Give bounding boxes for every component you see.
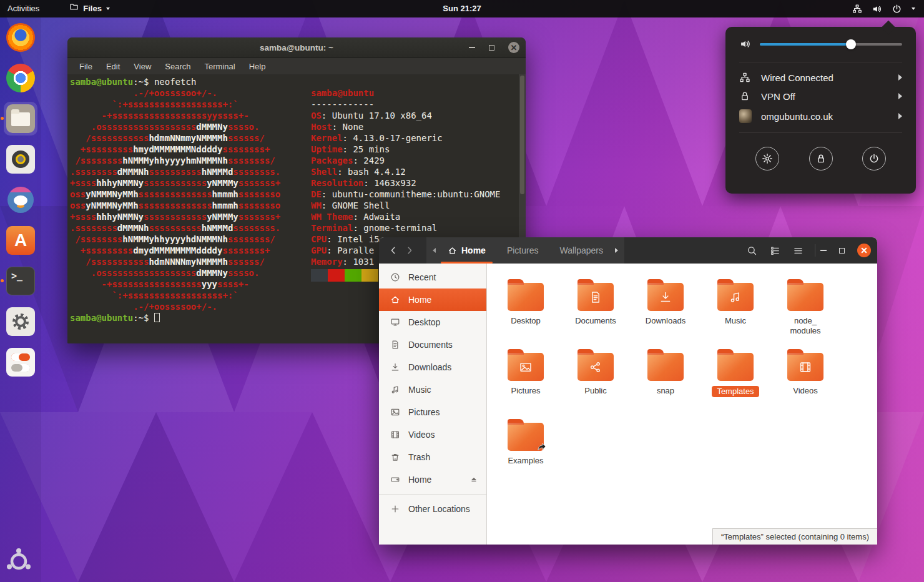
folder-label: Examples xyxy=(508,456,543,466)
sidebar-item-label: Music xyxy=(408,385,431,395)
terminal-title: samba@ubuntu: ~ xyxy=(260,43,333,52)
settings-button[interactable] xyxy=(755,147,779,170)
folder-node_modules[interactable]: node_modules xyxy=(770,275,840,345)
dock-item-penguin-mascot[interactable] xyxy=(4,183,37,217)
folder-videos[interactable]: Videos xyxy=(770,345,840,415)
tab-pictures[interactable]: Pictures xyxy=(496,237,549,264)
folder-public[interactable]: Public xyxy=(561,345,631,415)
maximize-button[interactable] xyxy=(489,45,494,51)
dock-item-tweaks[interactable] xyxy=(4,345,37,379)
minimize-button[interactable] xyxy=(820,250,827,251)
sidebar-item-home[interactable]: Home xyxy=(379,289,486,311)
files-grid[interactable]: DesktopDocumentsDownloadsMusicnode_modul… xyxy=(487,264,877,545)
neofetch-info-row: WM Theme: Adwaita xyxy=(311,211,521,222)
sidebar-item-documents[interactable]: Documents xyxy=(379,333,486,356)
files-headerbar[interactable]: HomePicturesWallpapers ✕ xyxy=(379,237,877,264)
menu-icon[interactable] xyxy=(787,245,810,256)
film-icon xyxy=(390,430,400,440)
tweaks-icon xyxy=(6,348,35,377)
chevron-right-icon xyxy=(898,113,902,119)
folder-snap[interactable]: snap xyxy=(631,345,700,415)
sidebar-item-music[interactable]: Music xyxy=(379,378,486,401)
firefox-icon xyxy=(6,23,35,52)
back-button[interactable] xyxy=(385,245,401,255)
terminal-menu-edit[interactable]: Edit xyxy=(101,62,125,71)
files-sidebar: RecentHomeDesktopDocumentsDownloadsMusic… xyxy=(379,264,487,545)
dock-item-files[interactable] xyxy=(4,102,37,136)
terminal-menu-terminal[interactable]: Terminal xyxy=(199,62,241,71)
search-icon[interactable] xyxy=(740,245,764,256)
terminal-menu-search[interactable]: Search xyxy=(159,62,196,71)
app-menu-files[interactable]: Files xyxy=(62,0,117,17)
system-menu-item-omgubuntu-co-uk[interactable]: omgubuntu.co.uk xyxy=(725,106,916,127)
folder-desktop[interactable]: Desktop xyxy=(491,275,561,345)
folder-documents[interactable]: Documents xyxy=(561,275,631,345)
download-icon xyxy=(390,362,400,372)
folder-icon xyxy=(508,353,544,381)
folder-templates[interactable]: Templates xyxy=(700,345,770,415)
running-indicator xyxy=(1,117,4,120)
volume-slider[interactable] xyxy=(760,43,902,46)
sidebar-item-label: Pictures xyxy=(408,407,440,417)
download-glyph-icon xyxy=(647,283,684,311)
tab-home[interactable]: Home xyxy=(437,237,496,264)
folder-downloads[interactable]: Downloads xyxy=(631,275,700,345)
neofetch-info-row: Terminal: gnome-terminal xyxy=(311,222,521,234)
terminal-titlebar[interactable]: samba@ubuntu: ~ ✕ xyxy=(67,37,526,58)
minimize-button[interactable] xyxy=(469,47,475,48)
terminal-menu-view[interactable]: View xyxy=(128,62,157,71)
sidebar-item-pictures[interactable]: Pictures xyxy=(379,401,486,423)
scrollbar-thumb[interactable] xyxy=(520,76,524,194)
sidebar-item-home[interactable]: Home xyxy=(379,468,486,491)
clock-icon xyxy=(390,272,400,282)
terminal-menu-file[interactable]: File xyxy=(74,62,98,71)
close-button[interactable]: ✕ xyxy=(508,42,519,53)
dock-item-ubuntu-software[interactable] xyxy=(4,224,37,257)
tab-wallpapers[interactable]: Wallpapers xyxy=(549,237,614,264)
activities-button[interactable]: Activities xyxy=(0,0,47,17)
volume-slider-knob[interactable] xyxy=(846,39,856,49)
list-view-icon[interactable] xyxy=(764,245,787,256)
settings-icon xyxy=(6,307,35,336)
system-tray[interactable] xyxy=(852,4,924,14)
terminal-command-line: samba@ubuntu:~$ neofetch xyxy=(70,76,526,87)
close-button[interactable]: ✕ xyxy=(857,244,871,257)
sidebar-item-label: Documents xyxy=(408,340,453,350)
folder-examples[interactable]: Examples xyxy=(491,415,561,485)
sidebar-item-desktop[interactable]: Desktop xyxy=(379,311,486,333)
sidebar-item-other-locations[interactable]: Other Locations xyxy=(379,498,486,520)
dock-item-rhythmbox[interactable] xyxy=(4,142,37,176)
sidebar-item-label: Home xyxy=(408,295,431,305)
forward-button[interactable] xyxy=(401,245,418,255)
folder-pictures[interactable]: Pictures xyxy=(491,345,561,415)
system-menu-item-wired-connected[interactable]: Wired Connected xyxy=(725,68,916,87)
folder-label: Documents xyxy=(575,316,616,326)
header-separator xyxy=(815,244,815,257)
clock[interactable]: Sun 21:27 xyxy=(443,0,481,17)
sidebar-item-videos[interactable]: Videos xyxy=(379,423,486,446)
dock-item-settings[interactable] xyxy=(4,305,37,338)
system-menu-item-vpn-off[interactable]: VPN Off xyxy=(725,87,916,106)
lock-button[interactable] xyxy=(809,147,833,170)
tab-bar: HomePicturesWallpapers xyxy=(426,237,624,264)
dock-item-terminal[interactable] xyxy=(4,264,37,298)
sidebar-item-trash[interactable]: Trash xyxy=(379,446,486,468)
dock-item-firefox[interactable] xyxy=(4,21,37,54)
sidebar-item-downloads[interactable]: Downloads xyxy=(379,356,486,378)
folder-label: Pictures xyxy=(511,386,541,396)
maximize-button[interactable] xyxy=(839,248,845,254)
power-button[interactable] xyxy=(862,147,886,170)
terminal-menubar: FileEditViewSearchTerminalHelp xyxy=(67,58,526,74)
folder-icon xyxy=(578,283,614,311)
tab-label: Wallpapers xyxy=(559,237,603,264)
folder-icon xyxy=(508,423,544,451)
files-window: HomePicturesWallpapers ✕ RecentHomeDeskt… xyxy=(379,237,877,545)
sidebar-item-recent[interactable]: Recent xyxy=(379,266,486,289)
tab-scroll-left-icon[interactable] xyxy=(433,248,436,253)
dock-item-chrome[interactable] xyxy=(4,61,37,95)
tab-scroll-right-icon[interactable] xyxy=(615,248,618,253)
folder-music[interactable]: Music xyxy=(700,275,770,345)
terminal-menu-help[interactable]: Help xyxy=(243,62,272,71)
folder-icon xyxy=(578,353,614,381)
eject-icon[interactable] xyxy=(469,475,478,484)
